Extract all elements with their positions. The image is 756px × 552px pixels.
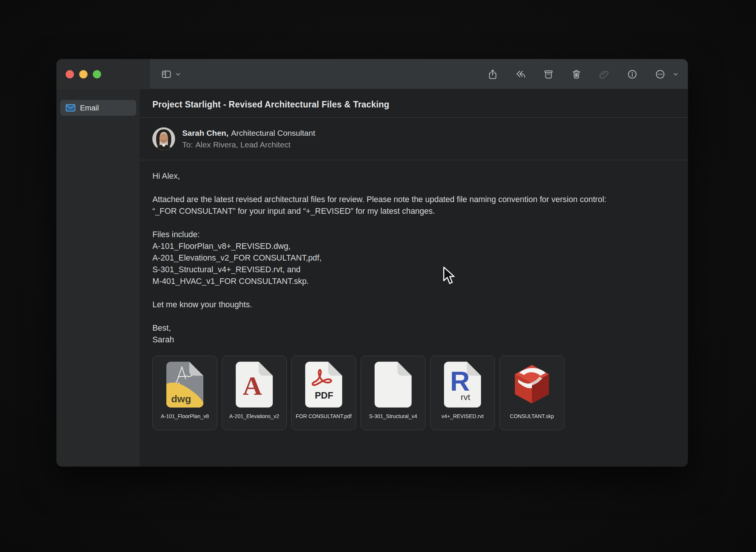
- subject-row: Project Starlight - Revised Architectura…: [140, 89, 688, 118]
- attachment-icon: [599, 69, 610, 80]
- revit-file-icon: R rvt: [443, 356, 482, 413]
- attachment-tile[interactable]: R rvt v4+_REVISED.rvt: [430, 356, 495, 430]
- attachments-row: dwg A-101_FloorPlan_v8 A A-201_Eleva: [140, 346, 688, 440]
- mouse-cursor: [442, 266, 456, 286]
- to-label: To:: [182, 140, 193, 149]
- attachment-label: FOR CONSULTANT.pdf: [296, 413, 352, 419]
- message-body: Hi Alex, Attached are the latest revised…: [140, 160, 688, 346]
- sender-avatar[interactable]: [152, 127, 175, 150]
- sidebar-toggle-icon[interactable]: [161, 69, 172, 80]
- document-file-icon: [374, 356, 412, 413]
- trash-icon[interactable]: [571, 69, 582, 80]
- recipient-line: To:Alex Rivera, Lead Architect: [182, 140, 315, 149]
- sidebar-item-email[interactable]: Email: [60, 100, 136, 116]
- attachment-label: A-201_Elevations_v2: [229, 413, 279, 419]
- message-subject: Project Starlight - Revised Architectura…: [152, 100, 389, 109]
- share-icon[interactable]: [487, 69, 498, 80]
- close-window-button[interactable]: [66, 70, 74, 78]
- pdf-badge-text: PDF: [315, 390, 333, 400]
- revit-subbadge-text: rvt: [461, 393, 470, 402]
- zoom-window-button[interactable]: [93, 70, 101, 78]
- titlebar-sidebar-section: [57, 59, 149, 89]
- attachment-tile[interactable]: CONSULTANT.skp: [499, 356, 564, 430]
- dwg-file-icon: dwg: [166, 356, 204, 413]
- attachment-label: CONSULTANT.skp: [510, 413, 554, 419]
- attachment-tile[interactable]: S-301_Structural_v4: [361, 356, 426, 430]
- more-icon[interactable]: [655, 69, 666, 80]
- sidebar-item-label: Email: [80, 104, 99, 112]
- sketchup-file-icon: [510, 356, 554, 413]
- attachment-tile[interactable]: A A-201_Elevations_v2: [222, 356, 287, 430]
- titlebar: [57, 59, 688, 89]
- attachment-label: v4+_REVISED.rvt: [441, 413, 484, 419]
- mail-window: Email Project Starlight - Revised Archit…: [57, 59, 688, 466]
- envelope-icon: [66, 104, 75, 112]
- sender-line: Sarah Chen,Architectural Consultant: [182, 129, 315, 138]
- revit-badge-text: R: [450, 366, 470, 396]
- sender-name: Sarah Chen,: [182, 129, 229, 137]
- message-pane: Project Starlight - Revised Architectura…: [140, 89, 688, 466]
- desktop: { "colors": { "traffic_red": "#ee6a5f", …: [0, 0, 756, 552]
- attachment-label: S-301_Structural_v4: [369, 413, 417, 419]
- attachment-label: A-101_FloorPlan_v8: [161, 413, 209, 419]
- to-value: Alex Rivera, Lead Architect: [195, 140, 290, 149]
- more-chevron-icon[interactable]: [673, 71, 679, 77]
- pdf-file-icon: PDF: [304, 356, 343, 413]
- toolbar: [149, 59, 688, 89]
- minimize-window-button[interactable]: [79, 70, 88, 78]
- autocad-file-icon: A: [235, 356, 274, 413]
- sidebar-toggle-chevron-icon[interactable]: [175, 71, 181, 77]
- reply-icon[interactable]: [515, 69, 526, 80]
- autocad-badge-text: A: [243, 371, 262, 400]
- attachment-tile[interactable]: dwg A-101_FloorPlan_v8: [152, 356, 217, 430]
- sender-role: Architectural Consultant: [231, 129, 315, 137]
- sender-row: Sarah Chen,Architectural Consultant To:A…: [140, 118, 688, 160]
- archive-icon[interactable]: [543, 69, 554, 80]
- dwg-badge-text: dwg: [171, 393, 191, 405]
- info-icon[interactable]: [627, 69, 638, 80]
- sidebar: Email: [57, 89, 140, 466]
- attachment-tile[interactable]: PDF FOR CONSULTANT.pdf: [291, 356, 356, 430]
